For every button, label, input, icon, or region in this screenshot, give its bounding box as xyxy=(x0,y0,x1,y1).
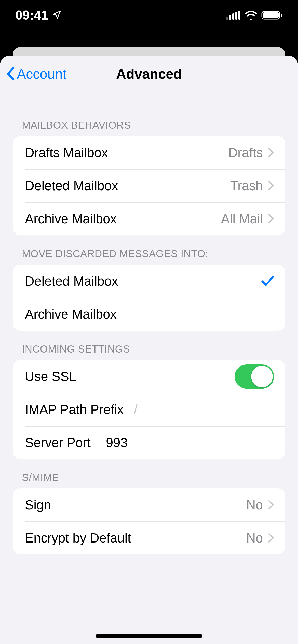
nav-bar: Account Advanced xyxy=(0,56,298,92)
svg-rect-6 xyxy=(263,12,279,18)
back-button[interactable]: Account xyxy=(6,56,66,92)
row-deleted-mailbox[interactable]: Deleted Mailbox Trash xyxy=(13,169,285,202)
ssl-toggle[interactable] xyxy=(235,364,274,389)
row-value: Trash xyxy=(230,178,263,193)
svg-rect-2 xyxy=(232,13,234,20)
svg-rect-0 xyxy=(226,17,228,20)
row-value: All Mail xyxy=(221,211,263,226)
row-server-port[interactable]: Server Port 993 xyxy=(13,426,285,459)
status-bar: 09:41 xyxy=(0,0,298,31)
location-icon xyxy=(52,10,62,21)
chevron-right-icon xyxy=(268,181,274,191)
row-drafts-mailbox[interactable]: Drafts Mailbox Drafts xyxy=(13,136,285,169)
row-use-ssl: Use SSL xyxy=(13,360,285,393)
row-value: Drafts xyxy=(228,145,263,160)
chevron-right-icon xyxy=(268,214,274,224)
section-header-smime: S/MIME xyxy=(13,459,285,488)
group-incoming: Use SSL IMAP Path Prefix / Server Port 9… xyxy=(13,360,285,459)
group-move-discarded: Deleted Mailbox Archive Mailbox xyxy=(13,265,285,331)
home-indicator[interactable] xyxy=(96,634,202,638)
chevron-right-icon xyxy=(268,500,274,510)
group-mailbox-behaviors: Drafts Mailbox Drafts Deleted Mailbox Tr… xyxy=(13,136,285,235)
row-label: Deleted Mailbox xyxy=(25,274,118,289)
chevron-left-icon xyxy=(6,67,15,81)
svg-rect-4 xyxy=(238,11,240,20)
row-label: Sign xyxy=(25,497,51,513)
status-left: 09:41 xyxy=(15,8,62,23)
svg-rect-3 xyxy=(235,12,237,20)
status-time: 09:41 xyxy=(15,8,48,23)
group-smime: Sign No Encrypt by Default No xyxy=(13,488,285,554)
row-label: Deleted Mailbox xyxy=(25,178,118,193)
row-label: IMAP Path Prefix xyxy=(25,402,124,417)
row-label: Archive Mailbox xyxy=(25,211,117,226)
row-label: Use SSL xyxy=(25,369,76,384)
checkmark-icon xyxy=(261,275,274,287)
row-value: No xyxy=(246,497,263,513)
back-label: Account xyxy=(17,66,66,82)
row-archive-mailbox[interactable]: Archive Mailbox All Mail xyxy=(13,202,285,235)
wifi-icon xyxy=(245,11,257,20)
row-label: Server Port xyxy=(25,435,91,450)
row-label: Archive Mailbox xyxy=(25,307,117,322)
cellular-icon xyxy=(226,11,240,20)
section-header-mailbox-behaviors: MAILBOX BEHAVIORS xyxy=(13,92,285,136)
row-discarded-archive[interactable]: Archive Mailbox xyxy=(13,298,285,331)
status-right xyxy=(226,10,283,20)
page-title: Advanced xyxy=(116,66,182,82)
row-value: 993 xyxy=(106,435,128,450)
battery-icon xyxy=(261,10,283,20)
row-value: / xyxy=(134,402,137,417)
section-header-incoming: INCOMING SETTINGS xyxy=(13,331,285,360)
row-label: Drafts Mailbox xyxy=(25,145,108,160)
section-header-move-discarded: MOVE DISCARDED MESSAGES INTO: xyxy=(13,235,285,265)
svg-rect-7 xyxy=(281,14,282,17)
settings-sheet: Account Advanced MAILBOX BEHAVIORS Draft… xyxy=(0,56,298,644)
chevron-right-icon xyxy=(268,148,274,158)
svg-rect-1 xyxy=(229,15,231,20)
row-label: Encrypt by Default xyxy=(25,531,131,546)
row-discarded-deleted[interactable]: Deleted Mailbox xyxy=(13,265,285,298)
row-value: No xyxy=(246,531,263,546)
row-encrypt-default[interactable]: Encrypt by Default No xyxy=(13,521,285,554)
row-sign[interactable]: Sign No xyxy=(13,488,285,521)
chevron-right-icon xyxy=(268,533,274,543)
row-imap-prefix[interactable]: IMAP Path Prefix / xyxy=(13,393,285,426)
